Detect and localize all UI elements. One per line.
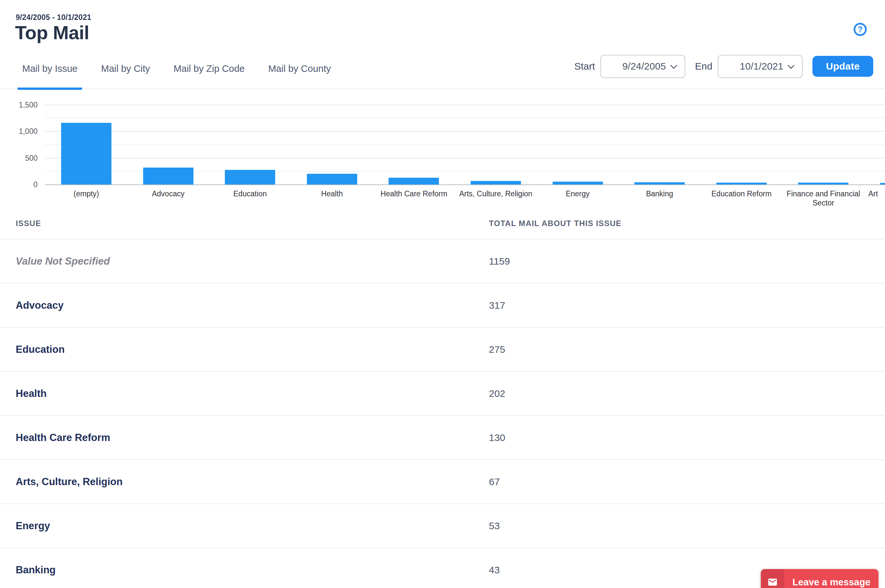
total-mail-cell: 202 xyxy=(489,388,505,399)
x-axis-category-label: Banking xyxy=(619,189,700,198)
issue-cell: Arts, Culture, Religion xyxy=(16,476,123,488)
issue-cell: Value Not Specified xyxy=(16,255,110,267)
issue-cell: Health xyxy=(16,388,47,399)
total-mail-cell: 130 xyxy=(489,432,505,443)
issue-cell: Banking xyxy=(16,564,56,576)
top-mail-report-page: 9/24/2005 - 10/1/2021 Top Mail ? Mail by… xyxy=(0,0,885,588)
total-mail-cell: 275 xyxy=(489,344,505,355)
bar-banking[interactable] xyxy=(634,182,685,184)
x-axis-category-label: Health Care Reform xyxy=(373,189,455,198)
total-mail-cell: 53 xyxy=(489,520,500,531)
y-axis-tick-label: 500 xyxy=(0,154,38,163)
table-row-value-not-specified: Value Not Specified1159 xyxy=(0,240,885,284)
end-date-label: End xyxy=(695,61,712,72)
date-range-subtitle: 9/24/2005 - 10/1/2021 xyxy=(16,13,91,22)
total-mail-cell: 317 xyxy=(489,300,505,311)
issue-cell: Health Care Reform xyxy=(16,432,110,444)
table-body: Value Not Specified1159Advocacy317Educat… xyxy=(0,240,885,588)
y-axis-tick-label: 1,500 xyxy=(0,100,38,110)
total-mail-cell: 67 xyxy=(489,476,500,488)
leave-a-message-label: Leave a message xyxy=(784,569,879,588)
tab-mail-by-city[interactable]: Mail by City xyxy=(96,56,155,89)
page-title: Top Mail xyxy=(15,21,89,44)
table-row-arts-culture-religion: Arts, Culture, Religion67 xyxy=(0,460,885,504)
tab-mail-by-zip-code[interactable]: Mail by Zip Code xyxy=(169,56,249,89)
leave-a-message-button[interactable]: Leave a message xyxy=(761,569,879,588)
column-header-issue: ISSUE xyxy=(16,219,41,228)
total-mail-cell: 1159 xyxy=(489,256,510,267)
tab-mail-by-county[interactable]: Mail by County xyxy=(264,56,336,89)
table-row-banking: Banking43 xyxy=(0,548,885,588)
tab-mail-by-issue[interactable]: Mail by Issue xyxy=(18,56,82,89)
issue-cell: Education xyxy=(16,344,65,356)
x-axis-category-label: Energy xyxy=(537,189,619,198)
y-axis-tick-label: 0 xyxy=(0,180,38,189)
column-header-total: TOTAL MAIL ABOUT THIS ISSUE xyxy=(489,219,622,228)
bar-health[interactable] xyxy=(307,174,357,184)
gridline xyxy=(45,131,885,132)
total-mail-cell: 43 xyxy=(489,564,500,576)
question-mark-icon: ? xyxy=(858,25,862,34)
end-date-select[interactable]: 10/1/2021 xyxy=(718,55,802,78)
bar-arts-culture-religion[interactable] xyxy=(470,181,521,184)
bar-empty[interactable] xyxy=(61,123,111,184)
envelope-icon xyxy=(761,569,784,588)
x-axis-category-label: Arts, Culture, Religion xyxy=(455,189,536,198)
mail-by-issue-bar-chart: 05001,0001,500(empty)AdvocacyEducationHe… xyxy=(0,98,885,211)
bar-art[interactable] xyxy=(880,183,885,184)
gridline xyxy=(45,105,885,105)
bar-education[interactable] xyxy=(225,170,275,184)
gridline xyxy=(45,144,885,145)
x-axis-category-label: Health xyxy=(291,189,373,198)
end-date-value: 10/1/2021 xyxy=(740,61,783,72)
help-button[interactable]: ? xyxy=(853,23,867,36)
date-filter-controls: Start 9/24/2005 End 10/1/2021 Update xyxy=(574,54,873,78)
bar-education-reform[interactable] xyxy=(717,183,767,184)
x-axis-category-label: (empty) xyxy=(45,189,127,198)
start-date-label: Start xyxy=(574,61,595,72)
table-header-row: ISSUE TOTAL MAIL ABOUT THIS ISSUE xyxy=(0,209,885,240)
tab-list: Mail by IssueMail by CityMail by Zip Cod… xyxy=(18,56,350,89)
update-button[interactable]: Update xyxy=(813,56,873,77)
table-row-advocacy: Advocacy317 xyxy=(0,284,885,328)
table-row-energy: Energy53 xyxy=(0,504,885,548)
chevron-down-icon xyxy=(787,62,795,69)
issue-table: ISSUE TOTAL MAIL ABOUT THIS ISSUE Value … xyxy=(0,209,885,588)
y-axis-tick-label: 1,000 xyxy=(0,127,38,136)
bar-finance-and-financial-sector[interactable] xyxy=(798,183,848,184)
bar-advocacy[interactable] xyxy=(143,168,194,184)
issue-cell: Advocacy xyxy=(16,300,63,311)
start-date-select[interactable]: 9/24/2005 xyxy=(600,55,685,78)
gridline xyxy=(45,118,885,118)
table-row-education: Education275 xyxy=(0,328,885,372)
bar-energy[interactable] xyxy=(553,182,603,184)
issue-cell: Energy xyxy=(16,520,50,532)
x-axis-category-label: Finance and Financial Sector xyxy=(782,189,864,207)
x-axis-category-label: Advocacy xyxy=(128,189,209,198)
gridline xyxy=(45,158,885,158)
table-row-health: Health202 xyxy=(0,372,885,416)
x-axis-category-label: Education Reform xyxy=(701,189,782,198)
x-axis-category-label: Art xyxy=(864,189,885,198)
chevron-down-icon xyxy=(670,62,677,69)
start-date-value: 9/24/2005 xyxy=(622,61,666,72)
bar-health-care-reform[interactable] xyxy=(389,178,439,184)
x-axis-category-label: Education xyxy=(209,189,291,198)
table-row-health-care-reform: Health Care Reform130 xyxy=(0,416,885,460)
